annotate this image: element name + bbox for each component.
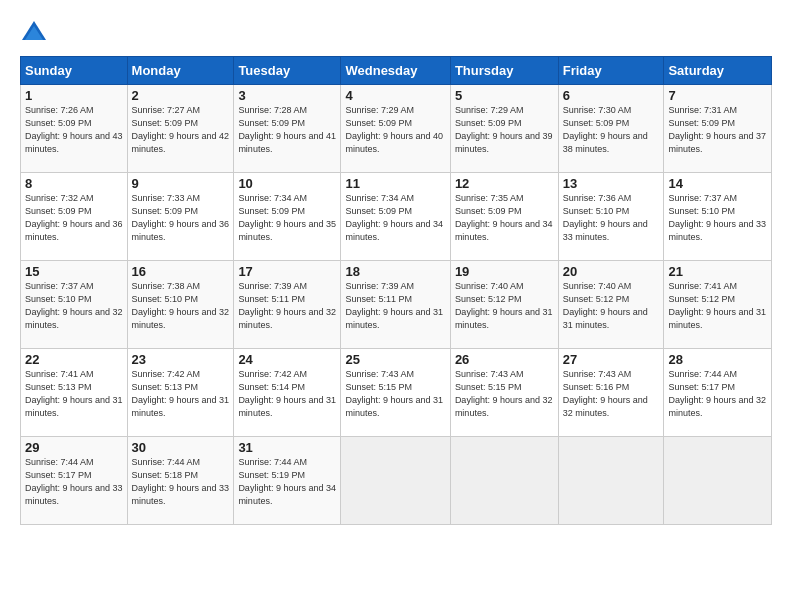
calendar-cell: 25 Sunrise: 7:43 AM Sunset: 5:15 PM Dayl… [341, 349, 450, 437]
calendar-day-header: Thursday [450, 57, 558, 85]
day-info: Sunrise: 7:40 AM Sunset: 5:12 PM Dayligh… [455, 280, 554, 332]
day-info: Sunrise: 7:41 AM Sunset: 5:12 PM Dayligh… [668, 280, 767, 332]
day-info: Sunrise: 7:37 AM Sunset: 5:10 PM Dayligh… [25, 280, 123, 332]
calendar-cell: 15 Sunrise: 7:37 AM Sunset: 5:10 PM Dayl… [21, 261, 128, 349]
calendar-cell: 9 Sunrise: 7:33 AM Sunset: 5:09 PM Dayli… [127, 173, 234, 261]
calendar-cell: 11 Sunrise: 7:34 AM Sunset: 5:09 PM Dayl… [341, 173, 450, 261]
calendar-cell: 24 Sunrise: 7:42 AM Sunset: 5:14 PM Dayl… [234, 349, 341, 437]
day-number: 1 [25, 88, 123, 103]
day-info: Sunrise: 7:34 AM Sunset: 5:09 PM Dayligh… [238, 192, 336, 244]
day-number: 7 [668, 88, 767, 103]
day-info: Sunrise: 7:29 AM Sunset: 5:09 PM Dayligh… [455, 104, 554, 156]
day-info: Sunrise: 7:33 AM Sunset: 5:09 PM Dayligh… [132, 192, 230, 244]
calendar-cell: 27 Sunrise: 7:43 AM Sunset: 5:16 PM Dayl… [558, 349, 664, 437]
calendar-cell: 26 Sunrise: 7:43 AM Sunset: 5:15 PM Dayl… [450, 349, 558, 437]
calendar-table: SundayMondayTuesdayWednesdayThursdayFrid… [20, 56, 772, 525]
calendar-week-row: 15 Sunrise: 7:37 AM Sunset: 5:10 PM Dayl… [21, 261, 772, 349]
day-info: Sunrise: 7:43 AM Sunset: 5:15 PM Dayligh… [455, 368, 554, 420]
day-number: 9 [132, 176, 230, 191]
calendar-week-row: 29 Sunrise: 7:44 AM Sunset: 5:17 PM Dayl… [21, 437, 772, 525]
day-number: 18 [345, 264, 445, 279]
calendar-cell: 31 Sunrise: 7:44 AM Sunset: 5:19 PM Dayl… [234, 437, 341, 525]
calendar-week-row: 8 Sunrise: 7:32 AM Sunset: 5:09 PM Dayli… [21, 173, 772, 261]
calendar-cell: 13 Sunrise: 7:36 AM Sunset: 5:10 PM Dayl… [558, 173, 664, 261]
day-number: 30 [132, 440, 230, 455]
day-number: 22 [25, 352, 123, 367]
day-number: 5 [455, 88, 554, 103]
page: SundayMondayTuesdayWednesdayThursdayFrid… [0, 0, 792, 612]
calendar-week-row: 1 Sunrise: 7:26 AM Sunset: 5:09 PM Dayli… [21, 85, 772, 173]
calendar-cell: 14 Sunrise: 7:37 AM Sunset: 5:10 PM Dayl… [664, 173, 772, 261]
calendar-cell: 5 Sunrise: 7:29 AM Sunset: 5:09 PM Dayli… [450, 85, 558, 173]
calendar-cell: 7 Sunrise: 7:31 AM Sunset: 5:09 PM Dayli… [664, 85, 772, 173]
day-number: 3 [238, 88, 336, 103]
day-number: 28 [668, 352, 767, 367]
day-number: 26 [455, 352, 554, 367]
day-info: Sunrise: 7:44 AM Sunset: 5:19 PM Dayligh… [238, 456, 336, 508]
day-number: 13 [563, 176, 660, 191]
day-info: Sunrise: 7:44 AM Sunset: 5:18 PM Dayligh… [132, 456, 230, 508]
day-info: Sunrise: 7:34 AM Sunset: 5:09 PM Dayligh… [345, 192, 445, 244]
logo [20, 18, 52, 46]
day-number: 4 [345, 88, 445, 103]
calendar-cell: 6 Sunrise: 7:30 AM Sunset: 5:09 PM Dayli… [558, 85, 664, 173]
calendar-week-row: 22 Sunrise: 7:41 AM Sunset: 5:13 PM Dayl… [21, 349, 772, 437]
day-number: 17 [238, 264, 336, 279]
day-number: 23 [132, 352, 230, 367]
day-number: 6 [563, 88, 660, 103]
calendar-cell: 29 Sunrise: 7:44 AM Sunset: 5:17 PM Dayl… [21, 437, 128, 525]
day-info: Sunrise: 7:41 AM Sunset: 5:13 PM Dayligh… [25, 368, 123, 420]
day-info: Sunrise: 7:32 AM Sunset: 5:09 PM Dayligh… [25, 192, 123, 244]
day-number: 20 [563, 264, 660, 279]
day-info: Sunrise: 7:27 AM Sunset: 5:09 PM Dayligh… [132, 104, 230, 156]
day-info: Sunrise: 7:44 AM Sunset: 5:17 PM Dayligh… [25, 456, 123, 508]
calendar-cell [664, 437, 772, 525]
calendar-cell [450, 437, 558, 525]
day-info: Sunrise: 7:39 AM Sunset: 5:11 PM Dayligh… [345, 280, 445, 332]
calendar-cell: 3 Sunrise: 7:28 AM Sunset: 5:09 PM Dayli… [234, 85, 341, 173]
calendar-day-header: Sunday [21, 57, 128, 85]
day-number: 10 [238, 176, 336, 191]
calendar-cell: 16 Sunrise: 7:38 AM Sunset: 5:10 PM Dayl… [127, 261, 234, 349]
day-number: 16 [132, 264, 230, 279]
day-number: 12 [455, 176, 554, 191]
day-number: 29 [25, 440, 123, 455]
day-info: Sunrise: 7:38 AM Sunset: 5:10 PM Dayligh… [132, 280, 230, 332]
calendar-cell: 8 Sunrise: 7:32 AM Sunset: 5:09 PM Dayli… [21, 173, 128, 261]
calendar-day-header: Monday [127, 57, 234, 85]
calendar-cell: 18 Sunrise: 7:39 AM Sunset: 5:11 PM Dayl… [341, 261, 450, 349]
calendar-cell [341, 437, 450, 525]
calendar-cell: 22 Sunrise: 7:41 AM Sunset: 5:13 PM Dayl… [21, 349, 128, 437]
day-number: 19 [455, 264, 554, 279]
calendar-cell: 19 Sunrise: 7:40 AM Sunset: 5:12 PM Dayl… [450, 261, 558, 349]
day-info: Sunrise: 7:39 AM Sunset: 5:11 PM Dayligh… [238, 280, 336, 332]
calendar-cell: 2 Sunrise: 7:27 AM Sunset: 5:09 PM Dayli… [127, 85, 234, 173]
calendar-cell: 30 Sunrise: 7:44 AM Sunset: 5:18 PM Dayl… [127, 437, 234, 525]
calendar-cell: 20 Sunrise: 7:40 AM Sunset: 5:12 PM Dayl… [558, 261, 664, 349]
day-info: Sunrise: 7:31 AM Sunset: 5:09 PM Dayligh… [668, 104, 767, 156]
calendar-day-header: Tuesday [234, 57, 341, 85]
calendar-cell: 12 Sunrise: 7:35 AM Sunset: 5:09 PM Dayl… [450, 173, 558, 261]
day-info: Sunrise: 7:29 AM Sunset: 5:09 PM Dayligh… [345, 104, 445, 156]
day-info: Sunrise: 7:35 AM Sunset: 5:09 PM Dayligh… [455, 192, 554, 244]
day-number: 8 [25, 176, 123, 191]
day-info: Sunrise: 7:42 AM Sunset: 5:13 PM Dayligh… [132, 368, 230, 420]
calendar-cell: 28 Sunrise: 7:44 AM Sunset: 5:17 PM Dayl… [664, 349, 772, 437]
day-number: 24 [238, 352, 336, 367]
day-info: Sunrise: 7:40 AM Sunset: 5:12 PM Dayligh… [563, 280, 660, 332]
day-number: 2 [132, 88, 230, 103]
calendar-header-row: SundayMondayTuesdayWednesdayThursdayFrid… [21, 57, 772, 85]
header [20, 18, 772, 46]
calendar-day-header: Wednesday [341, 57, 450, 85]
calendar-day-header: Saturday [664, 57, 772, 85]
day-info: Sunrise: 7:43 AM Sunset: 5:16 PM Dayligh… [563, 368, 660, 420]
day-number: 21 [668, 264, 767, 279]
day-info: Sunrise: 7:43 AM Sunset: 5:15 PM Dayligh… [345, 368, 445, 420]
day-number: 25 [345, 352, 445, 367]
day-number: 31 [238, 440, 336, 455]
day-info: Sunrise: 7:26 AM Sunset: 5:09 PM Dayligh… [25, 104, 123, 156]
calendar-day-header: Friday [558, 57, 664, 85]
logo-icon [20, 18, 48, 46]
day-info: Sunrise: 7:30 AM Sunset: 5:09 PM Dayligh… [563, 104, 660, 156]
day-number: 14 [668, 176, 767, 191]
